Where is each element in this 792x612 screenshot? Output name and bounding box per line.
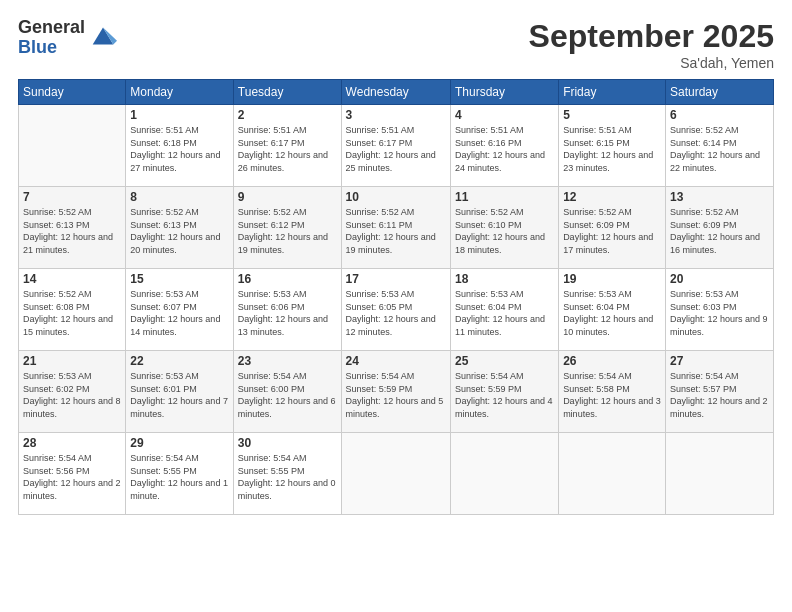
calendar-table: SundayMondayTuesdayWednesdayThursdayFrid… bbox=[18, 79, 774, 515]
day-info: Sunrise: 5:53 AM Sunset: 6:04 PM Dayligh… bbox=[455, 288, 554, 338]
day-info: Sunrise: 5:52 AM Sunset: 6:13 PM Dayligh… bbox=[23, 206, 121, 256]
column-header-friday: Friday bbox=[559, 80, 666, 105]
day-info: Sunrise: 5:51 AM Sunset: 6:15 PM Dayligh… bbox=[563, 124, 661, 174]
day-info: Sunrise: 5:54 AM Sunset: 5:58 PM Dayligh… bbox=[563, 370, 661, 420]
calendar-week-row: 28Sunrise: 5:54 AM Sunset: 5:56 PM Dayli… bbox=[19, 433, 774, 515]
day-number: 22 bbox=[130, 354, 229, 368]
day-info: Sunrise: 5:52 AM Sunset: 6:10 PM Dayligh… bbox=[455, 206, 554, 256]
day-number: 19 bbox=[563, 272, 661, 286]
logo-general: General bbox=[18, 18, 85, 38]
calendar-header-row: SundayMondayTuesdayWednesdayThursdayFrid… bbox=[19, 80, 774, 105]
calendar-day-3: 3Sunrise: 5:51 AM Sunset: 6:17 PM Daylig… bbox=[341, 105, 450, 187]
day-info: Sunrise: 5:52 AM Sunset: 6:08 PM Dayligh… bbox=[23, 288, 121, 338]
calendar-empty-cell bbox=[450, 433, 558, 515]
day-info: Sunrise: 5:51 AM Sunset: 6:18 PM Dayligh… bbox=[130, 124, 229, 174]
day-info: Sunrise: 5:53 AM Sunset: 6:06 PM Dayligh… bbox=[238, 288, 337, 338]
calendar-day-20: 20Sunrise: 5:53 AM Sunset: 6:03 PM Dayli… bbox=[665, 269, 773, 351]
day-info: Sunrise: 5:53 AM Sunset: 6:03 PM Dayligh… bbox=[670, 288, 769, 338]
calendar-day-18: 18Sunrise: 5:53 AM Sunset: 6:04 PM Dayli… bbox=[450, 269, 558, 351]
calendar-day-25: 25Sunrise: 5:54 AM Sunset: 5:59 PM Dayli… bbox=[450, 351, 558, 433]
day-number: 17 bbox=[346, 272, 446, 286]
calendar-day-13: 13Sunrise: 5:52 AM Sunset: 6:09 PM Dayli… bbox=[665, 187, 773, 269]
day-info: Sunrise: 5:52 AM Sunset: 6:09 PM Dayligh… bbox=[670, 206, 769, 256]
logo-text: General Blue bbox=[18, 18, 85, 58]
day-number: 23 bbox=[238, 354, 337, 368]
calendar-day-19: 19Sunrise: 5:53 AM Sunset: 6:04 PM Dayli… bbox=[559, 269, 666, 351]
column-header-wednesday: Wednesday bbox=[341, 80, 450, 105]
calendar-day-16: 16Sunrise: 5:53 AM Sunset: 6:06 PM Dayli… bbox=[233, 269, 341, 351]
day-number: 18 bbox=[455, 272, 554, 286]
day-number: 13 bbox=[670, 190, 769, 204]
calendar-day-17: 17Sunrise: 5:53 AM Sunset: 6:05 PM Dayli… bbox=[341, 269, 450, 351]
day-number: 7 bbox=[23, 190, 121, 204]
calendar-day-27: 27Sunrise: 5:54 AM Sunset: 5:57 PM Dayli… bbox=[665, 351, 773, 433]
day-info: Sunrise: 5:54 AM Sunset: 5:55 PM Dayligh… bbox=[238, 452, 337, 502]
day-number: 15 bbox=[130, 272, 229, 286]
calendar-week-row: 1Sunrise: 5:51 AM Sunset: 6:18 PM Daylig… bbox=[19, 105, 774, 187]
calendar-week-row: 14Sunrise: 5:52 AM Sunset: 6:08 PM Dayli… bbox=[19, 269, 774, 351]
calendar-day-29: 29Sunrise: 5:54 AM Sunset: 5:55 PM Dayli… bbox=[126, 433, 234, 515]
day-info: Sunrise: 5:53 AM Sunset: 6:05 PM Dayligh… bbox=[346, 288, 446, 338]
day-number: 24 bbox=[346, 354, 446, 368]
title-area: September 2025 Sa'dah, Yemen bbox=[529, 18, 774, 71]
month-title: September 2025 bbox=[529, 18, 774, 55]
day-info: Sunrise: 5:54 AM Sunset: 5:57 PM Dayligh… bbox=[670, 370, 769, 420]
day-info: Sunrise: 5:53 AM Sunset: 6:04 PM Dayligh… bbox=[563, 288, 661, 338]
day-number: 9 bbox=[238, 190, 337, 204]
calendar-day-1: 1Sunrise: 5:51 AM Sunset: 6:18 PM Daylig… bbox=[126, 105, 234, 187]
day-number: 8 bbox=[130, 190, 229, 204]
calendar-day-14: 14Sunrise: 5:52 AM Sunset: 6:08 PM Dayli… bbox=[19, 269, 126, 351]
day-info: Sunrise: 5:53 AM Sunset: 6:07 PM Dayligh… bbox=[130, 288, 229, 338]
day-number: 25 bbox=[455, 354, 554, 368]
day-number: 10 bbox=[346, 190, 446, 204]
day-number: 28 bbox=[23, 436, 121, 450]
day-number: 3 bbox=[346, 108, 446, 122]
column-header-monday: Monday bbox=[126, 80, 234, 105]
column-header-saturday: Saturday bbox=[665, 80, 773, 105]
calendar-week-row: 7Sunrise: 5:52 AM Sunset: 6:13 PM Daylig… bbox=[19, 187, 774, 269]
calendar-week-row: 21Sunrise: 5:53 AM Sunset: 6:02 PM Dayli… bbox=[19, 351, 774, 433]
calendar-day-9: 9Sunrise: 5:52 AM Sunset: 6:12 PM Daylig… bbox=[233, 187, 341, 269]
day-number: 20 bbox=[670, 272, 769, 286]
calendar-day-7: 7Sunrise: 5:52 AM Sunset: 6:13 PM Daylig… bbox=[19, 187, 126, 269]
day-number: 27 bbox=[670, 354, 769, 368]
calendar-day-22: 22Sunrise: 5:53 AM Sunset: 6:01 PM Dayli… bbox=[126, 351, 234, 433]
day-info: Sunrise: 5:52 AM Sunset: 6:12 PM Dayligh… bbox=[238, 206, 337, 256]
calendar-day-15: 15Sunrise: 5:53 AM Sunset: 6:07 PM Dayli… bbox=[126, 269, 234, 351]
day-number: 6 bbox=[670, 108, 769, 122]
calendar-day-12: 12Sunrise: 5:52 AM Sunset: 6:09 PM Dayli… bbox=[559, 187, 666, 269]
calendar-day-28: 28Sunrise: 5:54 AM Sunset: 5:56 PM Dayli… bbox=[19, 433, 126, 515]
calendar-day-26: 26Sunrise: 5:54 AM Sunset: 5:58 PM Dayli… bbox=[559, 351, 666, 433]
day-number: 4 bbox=[455, 108, 554, 122]
day-info: Sunrise: 5:54 AM Sunset: 5:55 PM Dayligh… bbox=[130, 452, 229, 502]
page: General Blue September 2025 Sa'dah, Yeme… bbox=[0, 0, 792, 612]
day-info: Sunrise: 5:52 AM Sunset: 6:09 PM Dayligh… bbox=[563, 206, 661, 256]
day-info: Sunrise: 5:54 AM Sunset: 5:59 PM Dayligh… bbox=[455, 370, 554, 420]
day-number: 26 bbox=[563, 354, 661, 368]
logo: General Blue bbox=[18, 18, 117, 58]
day-number: 14 bbox=[23, 272, 121, 286]
calendar-empty-cell bbox=[341, 433, 450, 515]
header: General Blue September 2025 Sa'dah, Yeme… bbox=[18, 18, 774, 71]
column-header-thursday: Thursday bbox=[450, 80, 558, 105]
day-info: Sunrise: 5:51 AM Sunset: 6:17 PM Dayligh… bbox=[238, 124, 337, 174]
day-info: Sunrise: 5:52 AM Sunset: 6:11 PM Dayligh… bbox=[346, 206, 446, 256]
day-info: Sunrise: 5:54 AM Sunset: 5:56 PM Dayligh… bbox=[23, 452, 121, 502]
calendar-day-10: 10Sunrise: 5:52 AM Sunset: 6:11 PM Dayli… bbox=[341, 187, 450, 269]
day-number: 12 bbox=[563, 190, 661, 204]
day-info: Sunrise: 5:52 AM Sunset: 6:13 PM Dayligh… bbox=[130, 206, 229, 256]
calendar-empty-cell bbox=[665, 433, 773, 515]
calendar-day-6: 6Sunrise: 5:52 AM Sunset: 6:14 PM Daylig… bbox=[665, 105, 773, 187]
logo-icon bbox=[89, 22, 117, 50]
day-number: 5 bbox=[563, 108, 661, 122]
calendar-day-21: 21Sunrise: 5:53 AM Sunset: 6:02 PM Dayli… bbox=[19, 351, 126, 433]
calendar-day-11: 11Sunrise: 5:52 AM Sunset: 6:10 PM Dayli… bbox=[450, 187, 558, 269]
day-number: 30 bbox=[238, 436, 337, 450]
day-info: Sunrise: 5:51 AM Sunset: 6:17 PM Dayligh… bbox=[346, 124, 446, 174]
day-info: Sunrise: 5:52 AM Sunset: 6:14 PM Dayligh… bbox=[670, 124, 769, 174]
calendar-day-30: 30Sunrise: 5:54 AM Sunset: 5:55 PM Dayli… bbox=[233, 433, 341, 515]
day-number: 21 bbox=[23, 354, 121, 368]
column-header-sunday: Sunday bbox=[19, 80, 126, 105]
day-info: Sunrise: 5:53 AM Sunset: 6:02 PM Dayligh… bbox=[23, 370, 121, 420]
location: Sa'dah, Yemen bbox=[529, 55, 774, 71]
